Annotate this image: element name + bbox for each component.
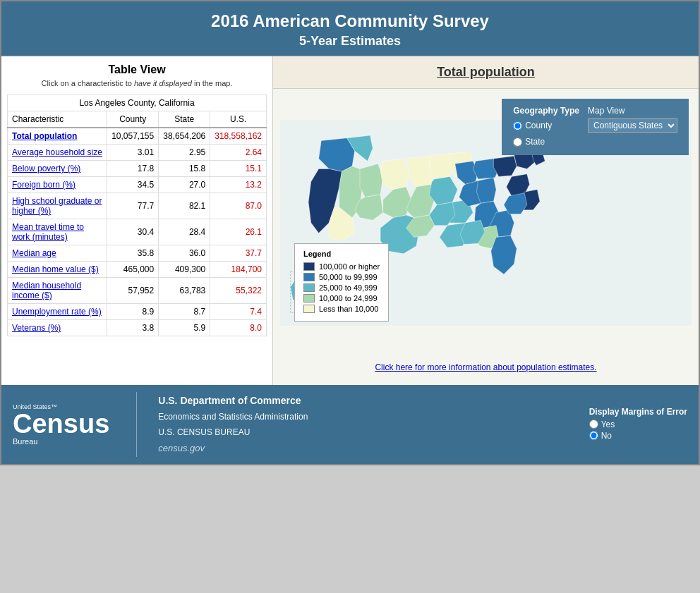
yes-radio[interactable] <box>589 420 598 429</box>
char-link-5[interactable]: Mean travel time to work (minutes) <box>12 222 84 242</box>
char-cell-9: Unemployment rate (%) <box>8 304 107 320</box>
legend-items: 100,000 or higher50,000 to 99,99925,000 … <box>303 262 380 313</box>
svg-marker-9 <box>380 159 409 190</box>
char-cell-5: Mean travel time to work (minutes) <box>8 219 107 245</box>
table-row: Average household size3.012.952.64 <box>8 145 267 161</box>
footer-dept: U.S. Department of Commerce Economics an… <box>158 392 308 457</box>
us-val-7: 184,700 <box>210 262 267 278</box>
legend-item-4: Less than 10,000 <box>303 305 380 313</box>
county-val-8: 57,952 <box>107 278 159 304</box>
more-info-link[interactable]: Click here for more information about po… <box>280 357 692 378</box>
map-view-select[interactable]: Contiguous States <box>588 118 677 133</box>
us-val-5: 26.1 <box>210 219 267 245</box>
table-view-title: Table View <box>7 63 267 76</box>
table-row: Mean travel time to work (minutes)30.428… <box>8 219 267 245</box>
map-view-label: Map View <box>588 106 624 116</box>
legend-box: Legend 100,000 or higher50,000 to 99,999… <box>294 243 389 322</box>
county-val-5: 30.4 <box>107 219 159 245</box>
legend-swatch-0 <box>303 262 315 271</box>
dept-url: census.gov <box>158 440 308 456</box>
county-val-2: 17.8 <box>107 161 159 177</box>
char-cell-0: Total population <box>8 128 107 145</box>
table-row: High school graduate or higher (%)77.782… <box>8 193 267 219</box>
margins-title: Display Margins of Error <box>589 407 687 417</box>
state-val-6: 36.0 <box>159 245 210 262</box>
char-link-6[interactable]: Median age <box>12 248 56 258</box>
dept-sub1: Economics and Statistics Administration <box>158 410 308 425</box>
county-val-9: 8.9 <box>107 304 159 320</box>
char-link-9[interactable]: Unemployment rate (%) <box>12 307 102 317</box>
dept-name: U.S. Department of Commerce <box>158 392 308 410</box>
table-row: Below poverty (%)17.815.815.1 <box>8 161 267 177</box>
char-link-7[interactable]: Median home value ($) <box>12 264 99 274</box>
char-link-0[interactable]: Total population <box>12 131 77 141</box>
map-view-select-cell: Contiguous States <box>584 117 682 134</box>
col-state: State <box>159 111 210 128</box>
svg-marker-7 <box>360 164 383 197</box>
state-val-1: 2.95 <box>159 145 210 161</box>
county-radio-label: County <box>525 121 552 130</box>
char-link-1[interactable]: Average household size <box>12 147 102 157</box>
no-radio-row: No <box>589 431 687 441</box>
legend-swatch-1 <box>303 273 315 281</box>
county-val-4: 77.7 <box>107 193 159 219</box>
char-cell-6: Median age <box>8 245 107 262</box>
us-val-10: 8.0 <box>210 320 267 336</box>
char-link-4[interactable]: High school graduate or higher (%) <box>12 196 102 216</box>
char-link-2[interactable]: Below poverty (%) <box>12 164 80 173</box>
table-row: Veterans (%)3.85.98.0 <box>8 320 267 336</box>
county-radio-row: County <box>513 121 579 130</box>
legend-swatch-2 <box>303 283 315 292</box>
char-cell-1: Average household size <box>8 145 107 161</box>
legend-title: Legend <box>303 250 380 258</box>
no-label: No <box>601 431 612 441</box>
table-view-subtitle: Click on a characteristic to have it dis… <box>7 79 267 87</box>
footer-margins: Display Margins of Error Yes No <box>589 407 687 442</box>
legend-label-2: 25,000 to 49,999 <box>319 283 378 292</box>
state-val-4: 82.1 <box>159 193 210 219</box>
county-val-3: 34.5 <box>107 177 159 193</box>
state-val-2: 15.8 <box>159 161 210 177</box>
main-content: Table View Click on a characteristic to … <box>1 56 699 385</box>
legend-label-0: 100,000 or higher <box>319 262 380 271</box>
no-radio[interactable] <box>589 431 598 440</box>
table-row: Median home value ($)465,000409,300184,7… <box>8 262 267 278</box>
col-county: County <box>107 111 159 128</box>
geo-county-radio-cell: County <box>509 117 584 134</box>
legend-item-3: 10,000 to 24,999 <box>303 294 380 302</box>
state-val-10: 5.9 <box>159 320 210 336</box>
us-val-0: 318,558,162 <box>210 128 267 145</box>
legend-label-4: Less than 10,000 <box>319 305 378 313</box>
char-cell-8: Median household income ($) <box>8 278 107 304</box>
yes-label: Yes <box>601 420 615 429</box>
census-logo: United States™ Census Bureau <box>13 403 115 446</box>
footer: United States™ Census Bureau U.S. Depart… <box>1 385 699 464</box>
page-title: 2016 American Community Survey <box>8 11 692 31</box>
us-val-2: 15.1 <box>210 161 267 177</box>
char-link-3[interactable]: Foreign born (%) <box>12 180 76 190</box>
char-link-8[interactable]: Median household income ($) <box>12 281 81 300</box>
state-radio-row: State <box>513 137 579 147</box>
us-val-8: 55,322 <box>210 278 267 304</box>
logo-census-text: Census <box>13 410 109 437</box>
data-table: Los Angeles County, California Character… <box>7 94 267 336</box>
state-val-7: 409,300 <box>159 262 210 278</box>
char-cell-2: Below poverty (%) <box>8 161 107 177</box>
county-radio[interactable] <box>513 121 522 130</box>
county-val-1: 3.01 <box>107 145 159 161</box>
legend-label-1: 50,000 to 99,999 <box>319 273 378 281</box>
char-cell-7: Median home value ($) <box>8 262 107 278</box>
page-header: 2016 American Community Survey 5-Year Es… <box>1 1 699 56</box>
table-row: Median household income ($)57,95263,7835… <box>8 278 267 304</box>
legend-swatch-4 <box>303 305 315 313</box>
geo-state-radio-cell: State <box>509 134 584 149</box>
legend-item-1: 50,000 to 99,999 <box>303 273 380 281</box>
map-area: Geography Type Map View County <box>273 89 699 385</box>
table-row: Median age35.836.037.7 <box>8 245 267 262</box>
right-panel: Total population Geography Type Map View <box>273 56 699 385</box>
char-link-10[interactable]: Veterans (%) <box>12 323 61 333</box>
us-val-3: 13.2 <box>210 177 267 193</box>
state-radio[interactable] <box>513 137 522 147</box>
geo-controls: Geography Type Map View County <box>502 99 689 155</box>
state-val-5: 28.4 <box>159 219 210 245</box>
